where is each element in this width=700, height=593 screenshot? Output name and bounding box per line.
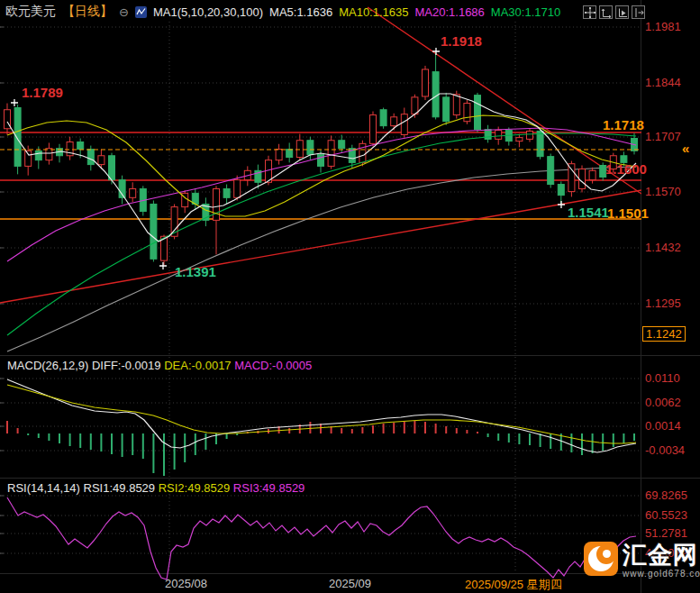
- chart-annotation-level-1718: 1.1718: [603, 117, 644, 132]
- macd-histogram-bar: [518, 433, 520, 444]
- rsi-title[interactable]: RSI(14,14,14): [7, 481, 80, 495]
- rsi-axis-label: 51.2781: [645, 526, 699, 540]
- extreme-cross-marker: [558, 201, 565, 208]
- candle-body: [109, 156, 115, 180]
- exit-right-icon[interactable]: [632, 5, 645, 19]
- candle-body: [234, 180, 241, 198]
- candle-body: [307, 141, 314, 155]
- macd-value: MACD:-0.0005: [234, 359, 312, 372]
- ma20-value: MA20:1.1686: [415, 5, 485, 19]
- ma-group-label[interactable]: MA1(5,10,20,30,100): [153, 5, 263, 19]
- macd-title[interactable]: MACD(26,12,9): [7, 359, 88, 372]
- macd-histogram-bar: [59, 433, 60, 443]
- axis-play-icon[interactable]: [615, 5, 629, 19]
- macd-histogram-bar: [570, 433, 572, 452]
- macd-header: MACD(26,12,9) DIFF:-0.0019 DEA:-0.0017 M…: [7, 359, 312, 372]
- macd-histogram-bar: [122, 433, 123, 457]
- candle-body: [568, 164, 575, 192]
- macd-histogram-bar: [414, 421, 415, 433]
- macd-histogram-bar: [17, 428, 19, 433]
- macd-histogram-bar: [404, 422, 405, 433]
- macd-histogram-bar: [456, 428, 458, 433]
- candle-body: [276, 150, 282, 160]
- candle-body: [77, 142, 84, 150]
- macd-dea-value: DEA:-0.0017: [164, 359, 231, 372]
- candle-body: [380, 110, 386, 126]
- macd-histogram-bar: [152, 433, 154, 473]
- macd-histogram-bar: [372, 425, 374, 433]
- chart-annotation-level-1501: 1.1501: [607, 205, 649, 221]
- candle-body: [46, 149, 52, 160]
- price-axis-label: 1.1981: [645, 20, 699, 33]
- price-box-label: 1.1242: [642, 326, 686, 342]
- macd-histogram-bar: [111, 433, 113, 454]
- macd-histogram-bar: [69, 433, 71, 446]
- macd-histogram-bar: [132, 433, 133, 455]
- macd-histogram-bar: [320, 424, 322, 433]
- macd-histogram-bar: [163, 433, 165, 476]
- chart-annotation-high-1789: 1.1789: [22, 85, 63, 100]
- chart-annotation-peak-1918: 1.1918: [441, 33, 482, 49]
- chart-annotation-low-1391: 1.1391: [175, 264, 216, 279]
- macd-axis-label: 0.0110: [645, 371, 699, 385]
- macd-histogram-bar: [184, 433, 186, 462]
- ma100-line: [7, 167, 636, 351]
- candle-body: [391, 117, 397, 126]
- candle-body: [401, 114, 407, 135]
- candle-body: [589, 170, 595, 179]
- circle-minus-icon[interactable]: ⊖: [119, 5, 129, 19]
- candle-body: [318, 154, 324, 166]
- xaxis-label: 2025/09/25 星期四: [465, 577, 562, 593]
- candle-body: [558, 185, 564, 196]
- candle-body: [328, 141, 334, 167]
- rsi-axis-label: 60.5523: [645, 508, 699, 522]
- candle-body: [495, 131, 502, 140]
- macd-histogram-bar: [633, 433, 635, 441]
- macd-histogram-bar: [205, 433, 206, 450]
- price-axis-label: 1.1707: [645, 130, 699, 143]
- ma30-value: MA30:1.1710: [491, 5, 560, 19]
- candle-body: [150, 204, 157, 259]
- chart-toolbar: [583, 5, 645, 19]
- chart-plot-area[interactable]: [0, 0, 641, 593]
- extreme-cross-marker: [11, 99, 18, 106]
- candle-body: [98, 156, 105, 165]
- watermark-name: 汇金网: [623, 542, 700, 569]
- candle-body: [516, 138, 523, 141]
- macd-axis-label: -0.0034: [645, 443, 699, 457]
- rsi2-value: RSI2:49.8529: [159, 481, 231, 495]
- macd-histogram-bar: [38, 433, 40, 438]
- watermark-url: www.gold678.com: [623, 569, 700, 579]
- macd-histogram-bar: [351, 429, 353, 433]
- macd-histogram-bar: [309, 422, 311, 433]
- trading-app-window: 欧元美元 【日线】 ⊖ MA1(5,10,20,30,100) MA5:1.16…: [0, 0, 700, 593]
- candle-body: [339, 141, 345, 149]
- macd-histogram-bar: [497, 433, 499, 441]
- macd-histogram-bar: [90, 433, 92, 450]
- macd-histogram-bar: [602, 433, 604, 451]
- trendline[interactable]: [0, 190, 641, 303]
- rsi3-value: RSI3:49.8529: [233, 481, 305, 495]
- macd-histogram-bar: [529, 433, 531, 445]
- rsi-line: [7, 497, 636, 579]
- mini-chart-icon[interactable]: [135, 6, 147, 18]
- axis-scale-icon[interactable]: [599, 5, 613, 19]
- macd-histogram-bar: [550, 433, 551, 449]
- candle-body: [223, 188, 230, 197]
- candle-body: [35, 151, 41, 160]
- candle-body: [359, 143, 366, 162]
- macd-histogram-bar: [27, 433, 29, 435]
- crosshair-move-icon[interactable]: [583, 5, 596, 19]
- macd-histogram-bar: [383, 424, 385, 433]
- candle-body: [464, 104, 470, 122]
- macd-histogram-bar: [508, 433, 510, 442]
- macd-histogram-bar: [288, 428, 290, 433]
- macd-histogram-bar: [6, 421, 8, 433]
- period-label[interactable]: 【日线】: [62, 4, 113, 20]
- candle-body: [475, 96, 481, 130]
- candle-body: [370, 115, 377, 144]
- macd-histogram-bar: [592, 433, 594, 453]
- chart-annotation-level-1600: 1.1600: [605, 161, 647, 177]
- macd-histogram-bar: [581, 433, 583, 455]
- candle-body: [130, 188, 136, 197]
